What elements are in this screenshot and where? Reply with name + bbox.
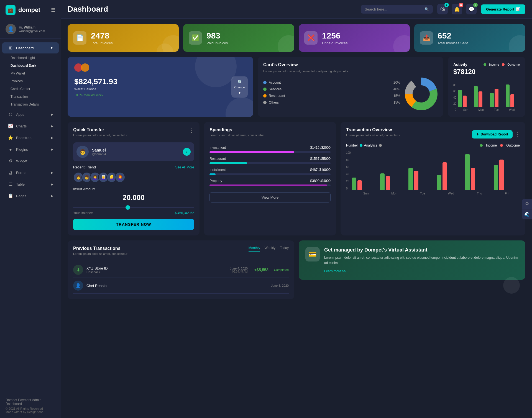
spending-restaurant-label: Restaurant bbox=[209, 157, 226, 161]
chevron-right-icon7: ▶ bbox=[51, 194, 53, 198]
legend-pct-restaurant: 15% bbox=[393, 94, 400, 98]
spending-installment-header: Installment $487 /$10000 bbox=[209, 168, 330, 172]
tx-analytics-label: Analytics bbox=[364, 143, 377, 147]
tx-row-icon-2: 👤 bbox=[73, 281, 83, 291]
nav-plugins[interactable]: ♥ Plugins ▶ bbox=[2, 144, 59, 155]
tx-bar-chart bbox=[352, 151, 520, 190]
bar-outcome-tue bbox=[495, 89, 498, 107]
bar-outcome-sun bbox=[463, 96, 467, 107]
prev-tx-tabs: Monthly Weekly Today bbox=[249, 246, 289, 252]
see-all-link[interactable]: See All More bbox=[175, 165, 194, 169]
search-box[interactable]: 🔍 bbox=[361, 5, 433, 14]
tx-outcome-tue bbox=[414, 171, 418, 190]
stat-info-1: 2478 Total Invoices bbox=[91, 31, 113, 45]
bar-income-sun bbox=[458, 90, 462, 107]
spendings-desc: Lorem ipsum dolor sit amet, consectetur bbox=[209, 134, 264, 137]
tx-outcome-label: Outcome bbox=[506, 143, 520, 147]
submenu-invoices[interactable]: Invoices bbox=[11, 77, 61, 85]
nav-widget[interactable]: ⚙ Widget bbox=[2, 155, 59, 166]
msg-badge: 5 bbox=[473, 3, 478, 7]
mastercard-logo bbox=[74, 63, 247, 72]
search-input[interactable] bbox=[365, 7, 422, 11]
card-deco-3 bbox=[393, 35, 410, 52]
spendings-title: Spendings bbox=[209, 127, 264, 132]
total-sent-label: Total Invoices Sent bbox=[438, 41, 468, 45]
submenu-my-wallet[interactable]: My Wallet bbox=[11, 70, 61, 77]
generate-report-button[interactable]: Generate Report 📊 bbox=[481, 4, 525, 14]
transfer-user-name: Samuel bbox=[92, 148, 106, 152]
view-more-button[interactable]: View More bbox=[209, 192, 330, 202]
prev-tx-desc: Lorem ipsum dolor sit amet, consectetur bbox=[73, 252, 127, 255]
va-learn-more-link[interactable]: Learn more >> bbox=[324, 269, 346, 273]
nav-table[interactable]: ☰ Table ▶ bbox=[2, 179, 59, 190]
nav-dashboard[interactable]: ⊞ Dashboard ▼ bbox=[2, 42, 59, 53]
transfer-now-button[interactable]: TRANSFER NOW bbox=[73, 219, 194, 230]
nav-bootstrap[interactable]: ⭐ Bootstrap ▶ bbox=[2, 132, 59, 143]
ty-100: 100 bbox=[346, 151, 351, 154]
tab-weekly[interactable]: Weekly bbox=[265, 246, 275, 252]
wallet-card: $824,571.93 Wallet Balance +0.8% than la… bbox=[68, 57, 253, 117]
tx-bar-group-tue bbox=[408, 168, 434, 190]
amount-slider[interactable] bbox=[73, 207, 194, 208]
submenu-dashboard-dark[interactable]: Dashboard Dark bbox=[11, 62, 61, 70]
transfer-user-item[interactable]: 👨 Samuel @sam224 ✓ bbox=[73, 142, 194, 161]
income-dot bbox=[484, 63, 486, 66]
user-info: Hi, William william@gmail.com bbox=[19, 25, 45, 33]
submenu-transaction-details[interactable]: Transaction Details bbox=[11, 101, 61, 108]
tx-label-wed: Wed bbox=[448, 192, 454, 195]
tx-row-name-2: Chef Renata bbox=[86, 284, 107, 288]
nav-apps[interactable]: ⬡ Apps ▶ bbox=[2, 109, 59, 120]
tx-income-mon bbox=[380, 173, 385, 190]
spending-investment-amount: $1415 /$2000 bbox=[310, 146, 331, 150]
download-report-button[interactable]: ⬇ Download Report bbox=[472, 130, 513, 139]
chevron-right-icon4: ▶ bbox=[51, 148, 53, 151]
virtual-assistant-content: 💳 Get managed by Dompet's Virtual Assist… bbox=[299, 240, 525, 280]
tx-bar-group-sun bbox=[352, 178, 378, 190]
nav-pages[interactable]: 📋 Pages ▶ bbox=[2, 190, 59, 201]
tx-row-date-1: June 4, 2020 05:34:45 AM bbox=[230, 267, 248, 273]
right-theme-button[interactable]: 🌊 bbox=[522, 209, 532, 219]
tx-desc: Lorem ipsum dolor sit amet, consectetur bbox=[346, 134, 400, 137]
table-row: ⬇ XYZ Store ID Cashback June 4, 2020 05:… bbox=[73, 262, 289, 278]
chevron-right-icon6: ▶ bbox=[51, 183, 53, 186]
y-label-40: 40 bbox=[453, 96, 456, 99]
legend-label-restaurant: Restaurant bbox=[269, 94, 391, 98]
search-icon[interactable]: 🔍 bbox=[424, 7, 429, 11]
amount-display: 20.000 bbox=[73, 193, 194, 202]
tx-row-name-1: XYZ Store ID bbox=[86, 266, 108, 270]
bar-label-wed: Wed bbox=[509, 108, 515, 111]
mc-circle-orange bbox=[81, 63, 89, 72]
spending-items: Investment $1415 /$2000 Restaurant $1567… bbox=[209, 146, 330, 186]
submenu-transaction[interactable]: Transaction bbox=[11, 93, 61, 101]
bar-group-sun bbox=[458, 90, 472, 107]
nav-forms[interactable]: 🖨 Forms ▶ bbox=[2, 167, 59, 178]
quick-transfer-more-icon[interactable]: ⋮ bbox=[189, 127, 194, 134]
tx-label-thu: Thu bbox=[477, 192, 482, 195]
submenu-cards-center[interactable]: Cards Center bbox=[11, 85, 61, 93]
spendings-more-icon[interactable]: ⋮ bbox=[326, 127, 331, 134]
tab-today[interactable]: Today bbox=[280, 246, 289, 252]
logo-text: dompet bbox=[18, 6, 40, 14]
bag-button[interactable]: 🛍 2 bbox=[437, 4, 448, 14]
bar-group-wed bbox=[506, 84, 520, 107]
bar-chart-icon: 📊 bbox=[516, 7, 520, 11]
hamburger-icon[interactable]: ☰ bbox=[51, 7, 55, 13]
submenu-dashboard-light[interactable]: Dashboard Light bbox=[11, 54, 61, 62]
message-button[interactable]: 💬 5 bbox=[466, 4, 477, 14]
logo-icon: 💼 bbox=[6, 5, 16, 15]
stat-icon-1: 📄 bbox=[73, 31, 86, 45]
greeting: Hi, William bbox=[19, 25, 45, 29]
check-icon: ✓ bbox=[183, 148, 191, 156]
nav-apps-label: Apps bbox=[16, 112, 48, 117]
stat-icon-2: ✅ bbox=[189, 31, 202, 45]
right-settings-button[interactable]: ⚙ bbox=[522, 199, 532, 209]
quick-transfer-desc: Lorem ipsum dolor sit amet, consectetur bbox=[73, 134, 127, 137]
card-overview-header-left: Card's Overview Lorem ipsum dolor sit am… bbox=[263, 62, 348, 77]
card-overview: Card's Overview Lorem ipsum dolor sit am… bbox=[258, 57, 443, 117]
tx-outcome-dot bbox=[500, 144, 503, 147]
bell-button[interactable]: 🔔 12 bbox=[452, 4, 462, 14]
nav-charts[interactable]: 📈 Charts ▶ bbox=[2, 120, 59, 132]
tab-monthly[interactable]: Monthly bbox=[249, 246, 260, 252]
tx-more-icon[interactable]: ⋮ bbox=[515, 131, 520, 137]
spending-restaurant-bar-fill bbox=[209, 162, 247, 164]
